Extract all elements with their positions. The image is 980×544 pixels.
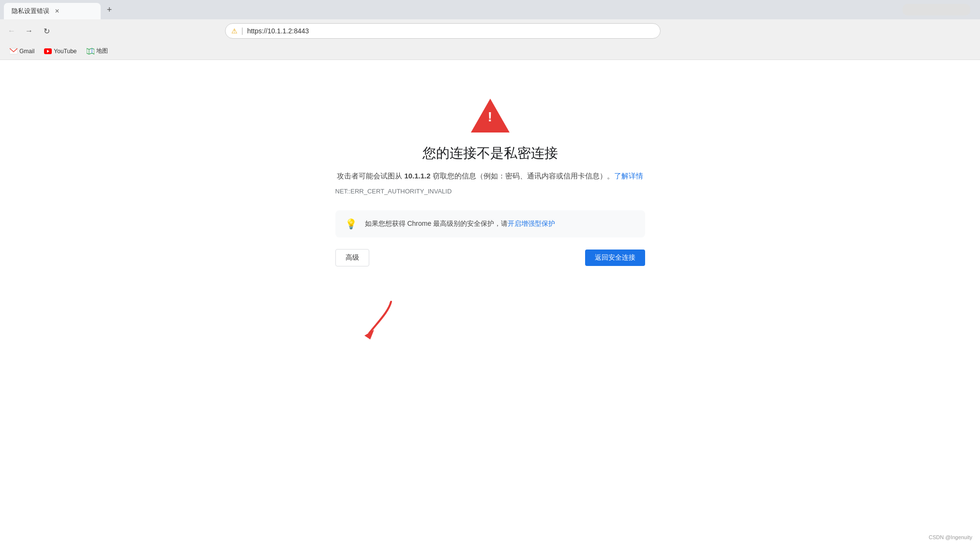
tab-close-button[interactable]: ✕ [53,7,61,15]
address-bar-row: ← → ↻ ⚠ | https://10.1.1.2:8443 [0,19,980,43]
bookmark-gmail[interactable]: Gmail [6,45,38,57]
active-tab[interactable]: 隐私设置错误 ✕ [4,3,101,19]
return-safe-button[interactable]: 返回安全连接 [585,250,645,266]
error-code: NET::ERR_CERT_AUTHORITY_INVALID [335,188,645,195]
browser-chrome: 隐私设置错误 ✕ + ← → ↻ ⚠ | https://10.1.1.2:84… [0,0,980,60]
back-button[interactable]: ← [4,23,19,39]
svg-marker-6 [364,330,374,339]
enhanced-protection-link[interactable]: 开启增强型保护 [508,220,555,227]
bookmarks-bar: Gmail YouTube 地图 [0,43,980,60]
reload-button[interactable]: ↻ [39,23,54,39]
info-box: 💡 如果您想获得 Chrome 最高级别的安全保护，请开启增强型保护 [335,210,645,237]
maps-label: 地图 [96,47,108,55]
bookmark-youtube[interactable]: YouTube [40,45,80,57]
gmail-label: Gmail [19,48,34,55]
new-tab-button[interactable]: + [103,3,116,16]
svg-marker-3 [87,48,94,54]
tab-title: 隐私设置错误 [12,7,49,15]
exclamation-mark: ! [488,109,492,125]
error-ip: 10.1.1.2 [404,172,430,180]
footer: CSDN @Ingenuity [929,534,972,540]
info-box-text: 如果您想获得 Chrome 最高级别的安全保护，请开启增强型保护 [365,220,556,228]
footer-text: CSDN @Ingenuity [929,534,972,540]
youtube-label: YouTube [54,48,76,55]
search-box [903,4,970,15]
error-description: 攻击者可能会试图从 10.1.1.2 窃取您的信息（例如：密码、通讯内容或信用卡… [337,170,643,182]
youtube-icon [44,47,52,55]
info-text-prefix: 如果您想获得 Chrome 最高级别的安全保护，请 [365,220,508,227]
buttons-row: 高级 返回安全连接 [335,249,645,266]
error-desc-suffix: 窃取您的信息（例如：密码、通讯内容或信用卡信息）。 [431,172,614,180]
url-text: https://10.1.1.2:8443 [247,27,309,35]
address-bar[interactable]: ⚠ | https://10.1.1.2:8443 [225,23,661,39]
maps-icon [87,47,94,55]
annotation-arrow [360,297,398,342]
tab-bar: 隐私设置错误 ✕ + [0,0,980,19]
error-desc-prefix: 攻击者可能会试图从 [337,172,404,180]
url-separator: | [241,27,243,35]
advanced-button[interactable]: 高级 [335,249,369,266]
forward-button[interactable]: → [21,23,37,39]
security-warning-icon: ⚠ [231,27,238,35]
warning-triangle-icon: ! [471,99,510,132]
bookmark-maps[interactable]: 地图 [83,45,112,57]
learn-more-link[interactable]: 了解详情 [614,172,643,180]
gmail-icon [10,47,17,55]
error-icon-container: ! [471,99,510,132]
lightbulb-icon: 💡 [345,218,357,230]
error-page: ! 您的连接不是私密连接 攻击者可能会试图从 10.1.1.2 窃取您的信息（例… [0,60,980,544]
error-title: 您的连接不是私密连接 [422,144,558,162]
